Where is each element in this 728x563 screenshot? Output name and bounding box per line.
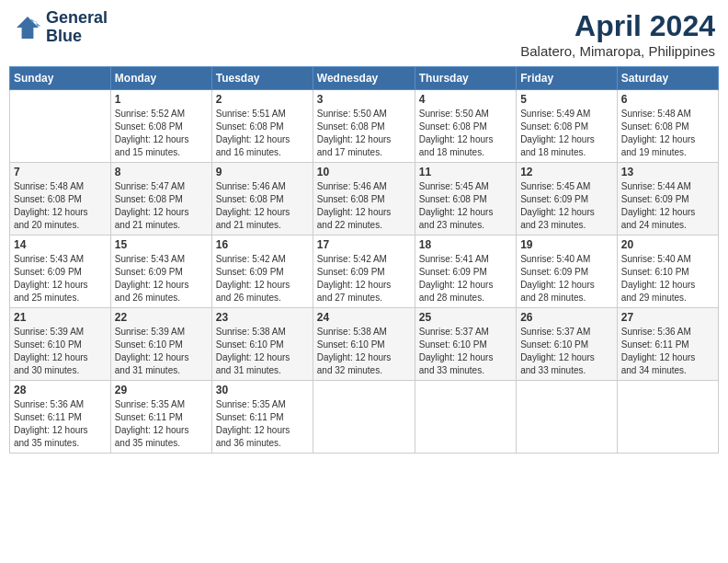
day-of-week-header: Friday — [517, 67, 618, 90]
day-info: Sunrise: 5:38 AM Sunset: 6:10 PM Dayligh… — [216, 326, 309, 377]
calendar-cell: 25Sunrise: 5:37 AM Sunset: 6:10 PM Dayli… — [415, 308, 516, 381]
day-number: 20 — [621, 238, 714, 251]
calendar-cell: 22Sunrise: 5:39 AM Sunset: 6:10 PM Dayli… — [110, 308, 211, 381]
calendar-cell: 4Sunrise: 5:50 AM Sunset: 6:08 PM Daylig… — [415, 90, 516, 163]
calendar-cell: 27Sunrise: 5:36 AM Sunset: 6:11 PM Dayli… — [617, 308, 718, 381]
calendar-cell — [617, 381, 718, 454]
day-number: 5 — [520, 93, 613, 106]
day-info: Sunrise: 5:49 AM Sunset: 6:08 PM Dayligh… — [520, 108, 613, 159]
calendar-cell: 28Sunrise: 5:36 AM Sunset: 6:11 PM Dayli… — [10, 381, 111, 454]
day-info: Sunrise: 5:36 AM Sunset: 6:11 PM Dayligh… — [14, 398, 107, 450]
day-number: 30 — [216, 384, 309, 396]
day-info: Sunrise: 5:36 AM Sunset: 6:11 PM Dayligh… — [621, 326, 714, 377]
day-number: 14 — [14, 238, 107, 251]
day-number: 21 — [14, 311, 107, 324]
day-number: 26 — [520, 311, 613, 324]
calendar-cell: 8Sunrise: 5:47 AM Sunset: 6:08 PM Daylig… — [110, 163, 211, 236]
day-info: Sunrise: 5:52 AM Sunset: 6:08 PM Dayligh… — [115, 108, 208, 159]
day-info: Sunrise: 5:43 AM Sunset: 6:09 PM Dayligh… — [14, 253, 107, 304]
calendar-cell: 2Sunrise: 5:51 AM Sunset: 6:08 PM Daylig… — [211, 90, 313, 163]
calendar-cell: 6Sunrise: 5:48 AM Sunset: 6:08 PM Daylig… — [617, 90, 718, 163]
day-info: Sunrise: 5:37 AM Sunset: 6:10 PM Dayligh… — [520, 326, 613, 377]
calendar-table: SundayMondayTuesdayWednesdayThursdayFrid… — [9, 66, 719, 454]
day-of-week-header: Thursday — [415, 67, 516, 90]
calendar-cell — [313, 381, 415, 454]
day-number: 27 — [621, 311, 714, 324]
calendar-cell — [517, 381, 618, 454]
day-number: 23 — [216, 311, 309, 324]
day-number: 25 — [419, 311, 512, 324]
day-number: 12 — [520, 166, 613, 178]
day-info: Sunrise: 5:48 AM Sunset: 6:08 PM Dayligh… — [14, 180, 107, 232]
calendar-cell: 29Sunrise: 5:35 AM Sunset: 6:11 PM Dayli… — [110, 381, 211, 454]
day-number: 24 — [317, 311, 411, 324]
calendar-cell: 9Sunrise: 5:46 AM Sunset: 6:08 PM Daylig… — [211, 163, 313, 236]
day-info: Sunrise: 5:40 AM Sunset: 6:09 PM Dayligh… — [520, 253, 613, 304]
calendar-cell: 21Sunrise: 5:39 AM Sunset: 6:10 PM Dayli… — [10, 308, 111, 381]
day-info: Sunrise: 5:47 AM Sunset: 6:08 PM Dayligh… — [115, 180, 208, 232]
calendar-week-row: 14Sunrise: 5:43 AM Sunset: 6:09 PM Dayli… — [10, 236, 719, 308]
logo: General Blue — [13, 9, 108, 46]
calendar-week-row: 1Sunrise: 5:52 AM Sunset: 6:08 PM Daylig… — [10, 90, 719, 163]
day-number: 22 — [115, 311, 208, 324]
day-info: Sunrise: 5:48 AM Sunset: 6:08 PM Dayligh… — [621, 108, 714, 159]
page-header: General Blue April 2024 Balatero, Mimaro… — [9, 9, 719, 59]
calendar-header-row: SundayMondayTuesdayWednesdayThursdayFrid… — [10, 67, 719, 90]
day-info: Sunrise: 5:42 AM Sunset: 6:09 PM Dayligh… — [317, 253, 411, 304]
day-number: 9 — [216, 166, 309, 178]
day-number: 17 — [317, 238, 411, 251]
day-number: 11 — [419, 166, 512, 178]
calendar-week-row: 21Sunrise: 5:39 AM Sunset: 6:10 PM Dayli… — [10, 308, 719, 381]
calendar-cell: 11Sunrise: 5:45 AM Sunset: 6:08 PM Dayli… — [415, 163, 516, 236]
calendar-cell: 13Sunrise: 5:44 AM Sunset: 6:09 PM Dayli… — [617, 163, 718, 236]
title-area: April 2024 Balatero, Mimaropa, Philippin… — [520, 9, 715, 59]
day-info: Sunrise: 5:39 AM Sunset: 6:10 PM Dayligh… — [115, 326, 208, 377]
day-info: Sunrise: 5:46 AM Sunset: 6:08 PM Dayligh… — [216, 180, 309, 232]
day-info: Sunrise: 5:35 AM Sunset: 6:11 PM Dayligh… — [115, 398, 208, 450]
calendar-cell — [10, 90, 111, 163]
calendar-cell: 26Sunrise: 5:37 AM Sunset: 6:10 PM Dayli… — [517, 308, 618, 381]
day-number: 29 — [115, 384, 208, 396]
day-of-week-header: Tuesday — [211, 67, 313, 90]
day-of-week-header: Sunday — [10, 67, 111, 90]
day-number: 7 — [14, 166, 107, 178]
calendar-cell: 30Sunrise: 5:35 AM Sunset: 6:11 PM Dayli… — [211, 381, 313, 454]
day-info: Sunrise: 5:43 AM Sunset: 6:09 PM Dayligh… — [115, 253, 208, 304]
day-number: 18 — [419, 238, 512, 251]
day-number: 3 — [317, 93, 411, 106]
calendar-cell: 5Sunrise: 5:49 AM Sunset: 6:08 PM Daylig… — [517, 90, 618, 163]
day-number: 1 — [115, 93, 208, 106]
calendar-cell: 7Sunrise: 5:48 AM Sunset: 6:08 PM Daylig… — [10, 163, 111, 236]
day-info: Sunrise: 5:40 AM Sunset: 6:10 PM Dayligh… — [621, 253, 714, 304]
day-info: Sunrise: 5:35 AM Sunset: 6:11 PM Dayligh… — [216, 398, 309, 450]
day-number: 8 — [115, 166, 208, 178]
day-info: Sunrise: 5:51 AM Sunset: 6:08 PM Dayligh… — [216, 108, 309, 159]
day-of-week-header: Monday — [110, 67, 211, 90]
calendar-cell — [415, 381, 516, 454]
logo-text: General Blue — [46, 9, 108, 46]
day-info: Sunrise: 5:42 AM Sunset: 6:09 PM Dayligh… — [216, 253, 309, 304]
day-number: 15 — [115, 238, 208, 251]
calendar-cell: 15Sunrise: 5:43 AM Sunset: 6:09 PM Dayli… — [110, 236, 211, 308]
day-info: Sunrise: 5:50 AM Sunset: 6:08 PM Dayligh… — [419, 108, 512, 159]
logo-icon — [13, 13, 42, 42]
calendar-week-row: 28Sunrise: 5:36 AM Sunset: 6:11 PM Dayli… — [10, 381, 719, 454]
day-number: 4 — [419, 93, 512, 106]
day-info: Sunrise: 5:39 AM Sunset: 6:10 PM Dayligh… — [14, 326, 107, 377]
day-info: Sunrise: 5:45 AM Sunset: 6:09 PM Dayligh… — [520, 180, 613, 232]
day-info: Sunrise: 5:38 AM Sunset: 6:10 PM Dayligh… — [317, 326, 411, 377]
day-info: Sunrise: 5:37 AM Sunset: 6:10 PM Dayligh… — [419, 326, 512, 377]
calendar-cell: 10Sunrise: 5:46 AM Sunset: 6:08 PM Dayli… — [313, 163, 415, 236]
calendar-title: April 2024 — [520, 9, 715, 43]
day-of-week-header: Saturday — [617, 67, 718, 90]
calendar-cell: 16Sunrise: 5:42 AM Sunset: 6:09 PM Dayli… — [211, 236, 313, 308]
svg-marker-0 — [17, 17, 39, 39]
day-info: Sunrise: 5:46 AM Sunset: 6:08 PM Dayligh… — [317, 180, 411, 232]
calendar-cell: 19Sunrise: 5:40 AM Sunset: 6:09 PM Dayli… — [517, 236, 618, 308]
calendar-cell: 14Sunrise: 5:43 AM Sunset: 6:09 PM Dayli… — [10, 236, 111, 308]
calendar-cell: 12Sunrise: 5:45 AM Sunset: 6:09 PM Dayli… — [517, 163, 618, 236]
day-number: 28 — [14, 384, 107, 396]
calendar-cell: 1Sunrise: 5:52 AM Sunset: 6:08 PM Daylig… — [110, 90, 211, 163]
day-number: 19 — [520, 238, 613, 251]
day-of-week-header: Wednesday — [313, 67, 415, 90]
